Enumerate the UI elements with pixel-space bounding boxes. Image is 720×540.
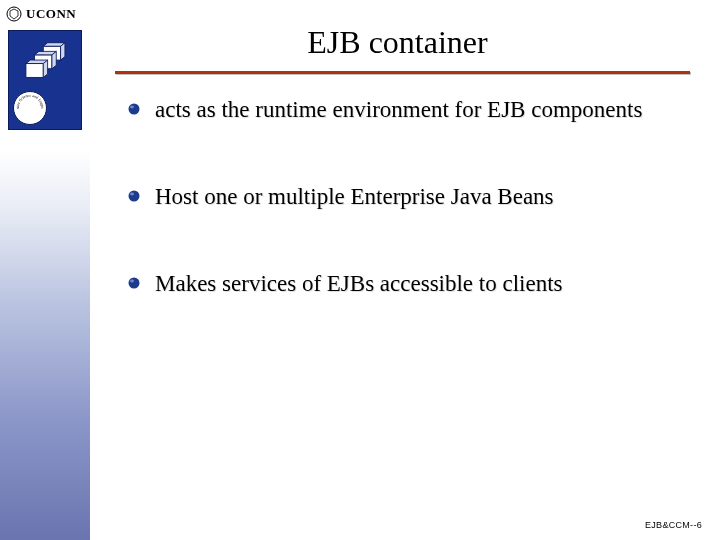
sidebar-gradient <box>0 150 90 540</box>
uconn-label: UCONN <box>26 6 76 22</box>
list-item: Host one or multiple Enterprise Java Bea… <box>127 183 690 212</box>
svg-marker-9 <box>43 60 47 77</box>
svg-rect-3 <box>26 64 43 78</box>
bullet-icon <box>127 102 141 116</box>
dept-logo: Computer Science and Engineering <box>8 30 82 130</box>
uconn-logo: UCONN <box>6 6 76 22</box>
bullet-text: acts as the runtime environment for EJB … <box>155 96 642 125</box>
svg-point-13 <box>129 190 140 201</box>
slide-content: EJB container acts as the runtime enviro… <box>95 0 720 540</box>
bullet-text: Host one or multiple Enterprise Java Bea… <box>155 183 554 212</box>
slide-footer: EJB&CCM--6 <box>645 520 702 530</box>
svg-point-16 <box>130 279 134 282</box>
sidebar: UCONN <box>0 0 90 540</box>
svg-point-11 <box>129 104 140 115</box>
slide-title: EJB container <box>135 24 660 61</box>
uconn-seal-icon <box>6 6 22 22</box>
title-rule <box>115 71 690 74</box>
svg-point-12 <box>130 106 134 109</box>
svg-point-14 <box>130 192 134 195</box>
svg-marker-5 <box>61 43 65 60</box>
bullet-icon <box>127 189 141 203</box>
list-item: Makes services of EJBs accessible to cli… <box>127 270 690 299</box>
svg-text:Computer Science and Engineeri: Computer Science and Engineering <box>14 91 45 109</box>
bullet-list: acts as the runtime environment for EJB … <box>127 96 690 298</box>
svg-marker-7 <box>52 51 56 68</box>
list-item: acts as the runtime environment for EJB … <box>127 96 690 125</box>
dept-seal-icon: Computer Science and Engineering <box>13 91 47 125</box>
stacked-boxes-icon <box>19 41 71 93</box>
bullet-text: Makes services of EJBs accessible to cli… <box>155 270 563 299</box>
bullet-icon <box>127 276 141 290</box>
svg-point-15 <box>129 277 140 288</box>
